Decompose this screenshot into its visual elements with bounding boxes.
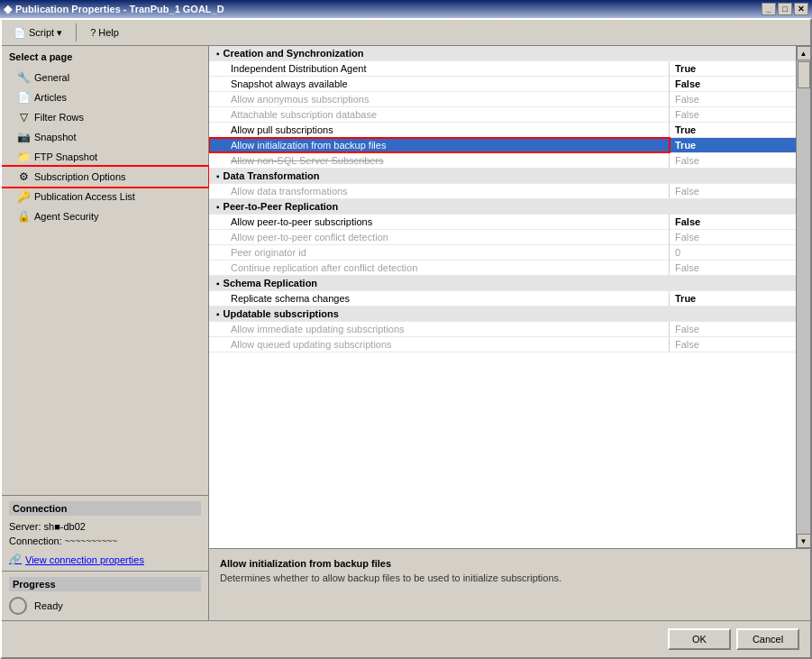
window-title: Publication Properties - TranPub_1 GOAL_… bbox=[15, 4, 224, 14]
title-bar-controls: _ □ ✕ bbox=[762, 3, 808, 15]
progress-section: Progress Ready bbox=[2, 571, 208, 620]
section-collapse-icon-3: ▪ bbox=[216, 202, 220, 212]
table-row[interactable]: Allow immediate updating subscriptions F… bbox=[209, 322, 796, 337]
table-row[interactable]: Independent Distribution Agent True bbox=[209, 61, 796, 77]
sidebar-item-filter-rows[interactable]: ▽ Filter Rows bbox=[2, 107, 208, 127]
minimize-button[interactable]: _ bbox=[762, 3, 776, 15]
ok-button[interactable]: OK bbox=[668, 628, 731, 650]
select-page-header: Select a page bbox=[2, 46, 208, 66]
properties-table[interactable]: ▪ Creation and Synchronization Independe… bbox=[209, 46, 796, 548]
bottom-bar: OK Cancel bbox=[2, 620, 810, 657]
section-collapse-icon-4: ▪ bbox=[216, 279, 220, 288]
connection-detail: Connection: ~~~~~~~~~~ bbox=[9, 535, 201, 546]
app-icon: ◆ bbox=[4, 3, 12, 15]
articles-icon: 📄 bbox=[16, 90, 31, 105]
progress-status: Ready bbox=[9, 597, 201, 615]
scroll-up-button[interactable]: ▲ bbox=[797, 46, 811, 60]
sidebar-item-subscription-options[interactable]: ⚙ Subscription Options bbox=[2, 167, 208, 187]
general-icon: 🔧 bbox=[16, 70, 31, 85]
toolbar-separator bbox=[76, 23, 77, 41]
title-bar: ◆ Publication Properties - TranPub_1 GOA… bbox=[0, 0, 812, 18]
right-content: ▪ Creation and Synchronization Independe… bbox=[209, 46, 810, 548]
subscription-options-icon: ⚙ bbox=[16, 169, 31, 184]
table-row[interactable]: Peer originator id 0 bbox=[209, 245, 796, 261]
scroll-down-button[interactable]: ▼ bbox=[797, 534, 811, 548]
script-dropdown-icon: ▾ bbox=[57, 27, 62, 39]
table-row[interactable]: Allow peer-to-peer subscriptions False bbox=[209, 215, 796, 230]
section-schema-replication[interactable]: ▪ Schema Replication bbox=[209, 276, 796, 291]
sidebar-item-general[interactable]: 🔧 General bbox=[2, 68, 208, 87]
server-value: sh■-db02 bbox=[44, 521, 86, 532]
connection-header: Connection bbox=[9, 501, 201, 516]
connection-link-icon: 🔗 bbox=[9, 554, 22, 565]
section-updatable-subscriptions[interactable]: ▪ Updatable subscriptions bbox=[209, 307, 796, 322]
table-row[interactable]: Allow non-SQL Server Subscribers False bbox=[209, 153, 796, 169]
agent-security-icon: 🔒 bbox=[16, 209, 31, 224]
view-connection-link[interactable]: 🔗 View connection properties bbox=[9, 554, 201, 565]
table-row-allow-initialization[interactable]: Allow initialization from backup files T… bbox=[209, 138, 796, 153]
sidebar-item-ftp-snapshot[interactable]: 📁 FTP Snapshot bbox=[2, 147, 208, 167]
maximize-button[interactable]: □ bbox=[778, 3, 792, 15]
description-title: Allow initialization from backup files bbox=[220, 558, 799, 569]
description-text: Determines whether to allow backup files… bbox=[220, 572, 799, 583]
description-area: Allow initialization from backup files D… bbox=[209, 548, 810, 620]
section-collapse-icon-2: ▪ bbox=[216, 171, 220, 181]
section-peer-to-peer[interactable]: ▪ Peer-to-Peer Replication bbox=[209, 199, 796, 215]
close-button[interactable]: ✕ bbox=[794, 3, 808, 15]
progress-header: Progress bbox=[9, 577, 201, 591]
table-row[interactable]: Attachable subscription database False bbox=[209, 107, 796, 123]
section-collapse-icon-5: ▪ bbox=[216, 309, 220, 319]
right-panel: ▪ Creation and Synchronization Independe… bbox=[209, 46, 810, 620]
snapshot-icon: 📷 bbox=[16, 130, 31, 144]
table-row[interactable]: Snapshot always available False bbox=[209, 77, 796, 92]
help-button[interactable]: ? Help bbox=[84, 24, 125, 41]
scrollbar[interactable]: ▲ ▼ bbox=[796, 46, 810, 548]
script-icon: 📄 bbox=[14, 27, 26, 39]
connection-section: Connection Server: sh■-db02 Connection: … bbox=[2, 495, 208, 571]
nav-list: 🔧 General 📄 Articles ▽ Filter Rows 📷 Sna… bbox=[2, 66, 208, 228]
cancel-button[interactable]: Cancel bbox=[736, 628, 799, 650]
sidebar-item-snapshot[interactable]: 📷 Snapshot bbox=[2, 127, 208, 147]
publication-access-icon: 🔑 bbox=[16, 189, 31, 204]
ftp-snapshot-icon: 📁 bbox=[16, 150, 31, 164]
script-button[interactable]: 📄 Script ▾ bbox=[7, 24, 68, 41]
table-row[interactable]: Allow peer-to-peer conflict detection Fa… bbox=[209, 230, 796, 245]
table-row[interactable]: Continue replication after conflict dete… bbox=[209, 261, 796, 276]
table-row[interactable]: Allow pull subscriptions True bbox=[209, 123, 796, 138]
sidebar-item-articles[interactable]: 📄 Articles bbox=[2, 87, 208, 107]
main-dialog: 📄 Script ▾ ? Help Select a page 🔧 Genera… bbox=[0, 18, 812, 659]
section-creation-sync[interactable]: ▪ Creation and Synchronization bbox=[209, 46, 796, 61]
table-row[interactable]: Replicate schema changes True bbox=[209, 291, 796, 307]
progress-spinner-icon bbox=[9, 597, 27, 615]
table-row[interactable]: Allow data transformations False bbox=[209, 184, 796, 199]
toolbar: 📄 Script ▾ ? Help bbox=[2, 20, 810, 46]
section-collapse-icon: ▪ bbox=[216, 49, 220, 59]
table-row[interactable]: Allow queued updating subscriptions Fals… bbox=[209, 337, 796, 352]
left-panel: Select a page 🔧 General 📄 Articles ▽ Fil… bbox=[2, 46, 209, 620]
help-icon: ? bbox=[90, 27, 96, 38]
filter-rows-icon: ▽ bbox=[16, 110, 31, 124]
scrollbar-track[interactable] bbox=[797, 60, 810, 534]
server-detail: Server: sh■-db02 bbox=[9, 521, 201, 532]
progress-text: Ready bbox=[34, 600, 63, 611]
sidebar-item-agent-security[interactable]: 🔒 Agent Security bbox=[2, 206, 208, 226]
table-row[interactable]: Allow anonymous subscriptions False bbox=[209, 92, 796, 107]
sidebar-item-publication-access-list[interactable]: 🔑 Publication Access List bbox=[2, 187, 208, 206]
content-area: Select a page 🔧 General 📄 Articles ▽ Fil… bbox=[2, 46, 810, 620]
scrollbar-thumb[interactable] bbox=[798, 61, 810, 88]
section-data-transformation[interactable]: ▪ Data Transformation bbox=[209, 169, 796, 184]
connection-value: ~~~~~~~~~~ bbox=[65, 536, 117, 546]
